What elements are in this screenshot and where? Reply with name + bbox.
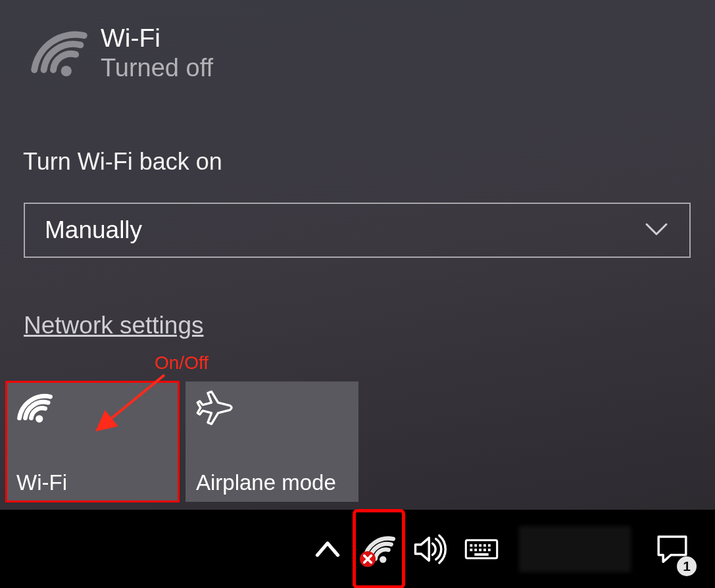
tray-network-icon[interactable]	[353, 510, 405, 588]
svg-rect-15	[488, 549, 491, 551]
tray-volume-icon[interactable]	[405, 510, 456, 588]
svg-rect-11	[470, 549, 472, 551]
dropdown-selected-value: Manually	[45, 216, 142, 244]
svg-rect-12	[474, 549, 477, 551]
svg-rect-10	[488, 544, 491, 547]
wifi-toggle-tile[interactable]: Wi-Fi	[6, 381, 179, 502]
airplane-icon	[196, 389, 233, 426]
svg-rect-14	[483, 549, 486, 551]
system-tray: 1	[302, 510, 715, 588]
tray-touch-keyboard-icon[interactable]	[456, 510, 507, 588]
airplane-mode-tile[interactable]: Airplane mode	[185, 381, 358, 502]
svg-rect-6	[470, 544, 472, 547]
svg-point-1	[36, 415, 43, 422]
tray-clock-area-obscured	[519, 526, 631, 572]
svg-point-3	[380, 556, 386, 562]
wifi-status-header: Wi-Fi Turned off	[30, 24, 213, 83]
svg-point-0	[61, 66, 72, 76]
wifi-status-text: Turned off	[101, 54, 213, 82]
svg-rect-13	[479, 549, 481, 551]
tray-overflow-chevron[interactable]	[302, 510, 353, 588]
network-flyout-panel: Wi-Fi Turned off Turn Wi-Fi back on Manu…	[0, 0, 715, 510]
turn-wifi-back-on-dropdown[interactable]: Manually	[24, 203, 691, 258]
svg-rect-9	[483, 544, 486, 547]
network-error-badge-icon	[358, 549, 378, 569]
tray-action-center-icon[interactable]: 1	[643, 510, 702, 588]
chevron-down-icon	[643, 216, 670, 245]
svg-rect-8	[479, 544, 481, 547]
wifi-icon	[16, 389, 53, 426]
quick-action-tiles: Wi-Fi Airplane mode	[6, 381, 358, 502]
taskbar: 1	[0, 510, 715, 588]
network-settings-link[interactable]: Network settings	[24, 312, 204, 339]
annotation-label: On/Off	[155, 353, 209, 374]
wifi-tile-label: Wi-Fi	[16, 470, 67, 495]
svg-rect-16	[474, 553, 488, 556]
wifi-off-icon	[30, 24, 89, 83]
airplane-tile-label: Airplane mode	[196, 470, 336, 495]
svg-rect-7	[474, 544, 477, 547]
turn-wifi-back-on-label: Turn Wi-Fi back on	[23, 148, 222, 176]
notification-count-badge: 1	[677, 556, 697, 576]
wifi-title: Wi-Fi	[101, 24, 213, 53]
